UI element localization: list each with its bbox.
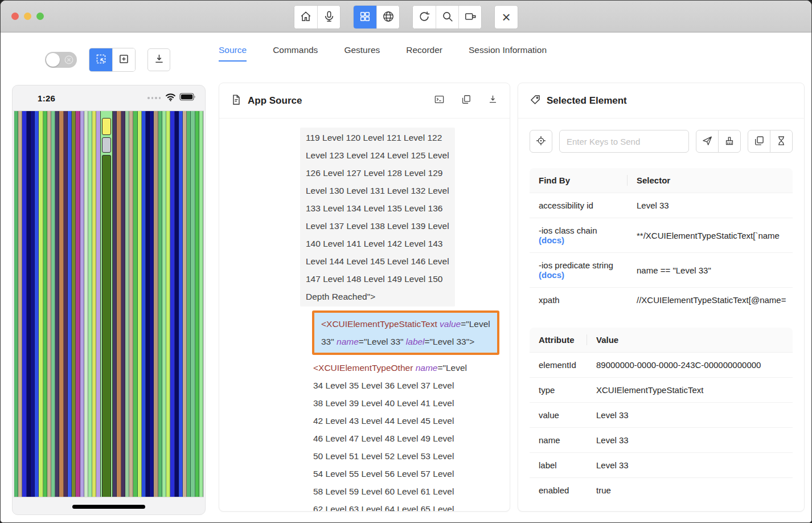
color-stripe [92,111,96,497]
device-statusbar: 1:26 [13,85,205,111]
screenshot-controls [45,48,170,72]
quit-group: × [494,5,518,29]
docs-link[interactable]: (docs) [539,270,618,280]
source-text-line: 126 Level 127 Level 128 Level 129 [306,164,449,182]
close-icon: × [502,10,510,24]
source-text-line: 140 Level 141 Level 142 Level 143 [306,235,449,252]
device-screen-region[interactable] [14,111,204,497]
select-element-icon [95,53,107,67]
find-by-table-header: Find By Selector [530,168,793,193]
source-text-line: Level 144 Level 145 Level 146 Level [306,252,449,270]
toggle-off-icon [64,55,74,65]
color-stripe [113,111,117,497]
tab-source[interactable]: Source [219,45,247,62]
color-stripe [117,111,121,497]
gray-block [102,137,111,153]
tab-session-information[interactable]: Session Information [469,45,547,62]
voice-command-button[interactable] [317,6,340,28]
source-xml-line: 62 Level 63 Level 64 Level 65 Level [313,500,467,512]
color-stripe [150,111,154,497]
locate-element-button[interactable] [530,130,552,153]
color-stripe [18,111,22,497]
send-keys-input[interactable] [559,130,689,153]
attribute-row: labelLevel 33 [530,452,793,477]
send-keys-button[interactable] [696,130,719,153]
download-source-icon[interactable] [487,94,498,107]
wait-for-element-button[interactable] [770,130,793,153]
source-tree: 119 Level 120 Level 121 Level 122Level 1… [219,119,510,512]
color-stripe [154,111,158,497]
main-toolbar: × [294,5,518,29]
swipe-coordinates-button[interactable] [112,48,135,71]
dark-green-block [102,155,111,497]
color-stripe [133,111,137,497]
color-stripe [80,111,84,497]
copy-icon[interactable] [461,94,471,107]
color-stripe [162,111,166,497]
color-stripe [179,111,183,497]
color-stripe [68,111,72,497]
refresh-button[interactable] [413,6,436,28]
screenshot-interaction-toggle[interactable] [45,52,77,68]
attribute-row: typeXCUIElementTypeStaticText [530,377,793,402]
download-screenshot-button[interactable] [147,48,170,71]
sibling-source-node[interactable]: <XCUIElementTypeOther name="Level34 Leve… [313,359,467,512]
tab-recorder[interactable]: Recorder [406,45,442,62]
color-stripe [84,111,88,497]
send-icon [702,135,713,148]
attribute-value-cell: Level 33 [587,428,793,452]
find-by-header-cell: Find By [530,168,628,193]
source-xml-line: 33" name="Level 33" label="Level 33"> [321,333,490,350]
color-stripe [64,111,68,497]
selected-source-node[interactable]: <XCUIElementTypeStaticText value="Level3… [312,310,499,355]
select-elements-button[interactable] [89,48,112,71]
window-controls [11,13,44,20]
minimize-window-button[interactable] [24,13,31,20]
color-stripe [183,111,187,497]
source-xml-line: <XCUIElementTypeOther name="Level [313,359,467,377]
native-view-button[interactable] [354,6,376,28]
color-stripe [125,111,129,497]
attribute-header-cell: Attribute [530,328,587,352]
attribute-name-cell: label [530,453,587,477]
value-header-cell: Value [587,328,793,352]
device-screenshot-frame: 1:26 [12,85,206,515]
web-view-button[interactable] [376,6,399,28]
color-stripe [191,111,195,497]
source-xml-line: 54 Level 55 Level 56 Level 57 Level [313,465,467,483]
find-by-row: -ios predicate string(docs)name == "Leve… [530,252,793,287]
copy-attributes-button[interactable] [748,130,770,153]
color-stripe [166,111,170,497]
screen-record-button[interactable] [458,6,481,28]
tab-commands[interactable]: Commands [273,45,318,62]
zoom-window-button[interactable] [36,13,44,20]
search-button[interactable] [436,6,458,28]
find-by-cell: -ios predicate string(docs) [530,253,628,287]
attributes-table-header: Attribute Value [530,328,793,352]
source-xml-line: 42 Level 43 Level 44 Level 45 Level [313,412,467,430]
home-icon [300,10,312,24]
terminal-icon[interactable] [434,94,445,107]
color-stripe [88,111,92,497]
docs-link[interactable]: (docs) [539,235,618,245]
source-text-line: Level 123 Level 124 Level 125 Level [306,146,449,164]
selected-element-panel: Selected Element [518,83,805,512]
home-button[interactable] [294,6,317,28]
attribute-value-cell: Level 33 [587,453,793,477]
app-source-title: App Source [248,95,302,107]
game-center-column [100,111,113,497]
close-window-button[interactable] [11,13,19,20]
globe-icon [382,10,395,24]
source-text-line: Level 137 Level 138 Level 139 Level [306,217,449,235]
source-text-line: Depth Reached"> [306,288,449,305]
color-stripe [51,111,55,497]
attribute-name-cell: value [530,403,587,427]
selector-cell: Level 33 [628,193,793,218]
quit-session-button[interactable]: × [495,6,518,28]
tab-gestures[interactable]: Gestures [344,45,380,62]
color-stripe [129,111,133,497]
selector-header-cell: Selector [628,168,793,193]
clear-keys-button[interactable] [718,130,741,153]
nav-button-group [294,5,341,29]
attribute-row: enabledtrue [530,477,793,502]
